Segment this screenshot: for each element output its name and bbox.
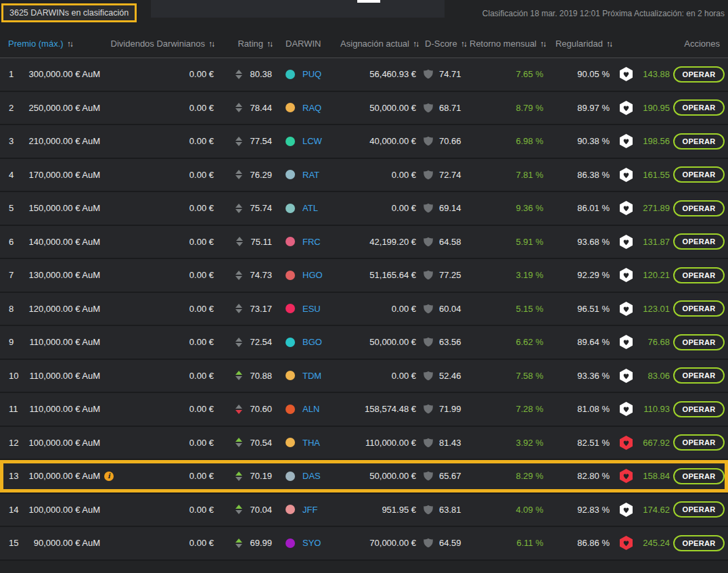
monthly-return-cell: 7.65 % — [474, 69, 543, 79]
risk-badge-cell[interactable] — [610, 268, 643, 282]
operar-button[interactable]: OPERAR — [673, 334, 725, 350]
operar-button[interactable]: OPERAR — [673, 535, 725, 551]
rank-cell: 14 — [0, 505, 26, 515]
risk-badge-cell[interactable] — [610, 201, 643, 215]
risk-badge-cell[interactable] — [610, 101, 643, 115]
table-row[interactable]: 3 210,000.00 € AuM i 0.00 € 77.54 LCW 40… — [0, 125, 728, 159]
darwin-name-link[interactable]: FRC — [302, 237, 321, 247]
darwin-cell: DAS — [272, 471, 353, 481]
table-row[interactable]: 5 150,000.00 € AuM i 0.00 € 75.74 ATL 0.… — [0, 192, 728, 226]
darwin-dot-icon — [286, 505, 295, 514]
operar-button[interactable]: OPERAR — [673, 300, 725, 317]
darwin-name-link[interactable]: ATL — [302, 203, 318, 213]
operar-button[interactable]: OPERAR — [673, 401, 725, 417]
dividends-cell: 0.00 € — [100, 237, 214, 247]
darwin-name-link[interactable]: BGO — [302, 337, 322, 347]
risk-badge-cell[interactable] — [610, 302, 643, 316]
darwin-name-link[interactable]: RAT — [302, 170, 319, 180]
action-cell: OPERAR — [670, 501, 728, 518]
allocation-cell: 42,199.20 € — [353, 237, 416, 247]
table-row[interactable]: 9 110,000.00 € AuM i 0.00 € 72.54 BGO 50… — [0, 326, 728, 360]
risk-badge-cell[interactable] — [610, 134, 643, 148]
darwin-name-link[interactable]: ALN — [302, 404, 319, 414]
operar-button[interactable]: OPERAR — [673, 468, 725, 484]
regularity-cell: 93.68 % — [543, 237, 610, 247]
darwin-name-link[interactable]: DAS — [302, 471, 321, 481]
darwin-name-link[interactable]: TDM — [302, 371, 321, 381]
table-row[interactable]: 15 90,000.00 € AuM i 0.00 € 69.99 SYO 70… — [0, 527, 728, 561]
operar-button[interactable]: OPERAR — [673, 133, 725, 150]
rank-cell: 15 — [0, 538, 26, 548]
risk-badge-cell[interactable] — [610, 436, 643, 450]
header-dscore[interactable]: D-Score↑↓ — [418, 39, 465, 49]
operar-button[interactable]: OPERAR — [673, 367, 725, 384]
score-cell: 76.68 — [643, 337, 670, 347]
risk-badge-cell[interactable] — [610, 536, 643, 550]
action-cell: OPERAR — [670, 166, 728, 183]
table-row[interactable]: 2 250,000.00 € AuM i 0.00 € 78.44 RAQ 50… — [0, 92, 728, 126]
sort-icon: ↑↓ — [208, 39, 214, 49]
allocation-cell: 0.00 € — [353, 203, 416, 213]
table-row[interactable]: 10 110,000.00 € AuM i 0.00 € 70.88 TDM 0… — [0, 360, 728, 394]
rank-cell: 13 — [0, 471, 26, 481]
operar-button[interactable]: OPERAR — [673, 66, 725, 83]
table-row[interactable]: 8 120,000.00 € AuM i 0.00 € 73.17 ESU 0.… — [0, 293, 728, 327]
operar-button[interactable]: OPERAR — [673, 501, 725, 518]
darwin-name-link[interactable]: SYO — [302, 538, 321, 548]
heart-hexagon-icon — [620, 369, 633, 383]
darwin-name-link[interactable]: HGO — [302, 270, 323, 280]
rating-trend-icon — [235, 70, 242, 79]
operar-button[interactable]: OPERAR — [673, 434, 725, 451]
table-row[interactable]: 13 100,000.00 € AuM i 0.00 € 70.19 DAS 5… — [0, 460, 728, 494]
darwin-cell: ATL — [272, 203, 353, 213]
rating-cell: 80.38 — [214, 69, 272, 79]
risk-badge-cell[interactable] — [610, 168, 643, 182]
header-allocation[interactable]: Asignación actual↑↓ — [325, 39, 418, 49]
operar-button[interactable]: OPERAR — [673, 267, 725, 283]
table-row[interactable]: 1 300,000.00 € AuM i 0.00 € 80.38 PUQ 56… — [0, 58, 728, 92]
heart-hexagon-icon — [620, 335, 633, 349]
darwin-name-link[interactable]: ESU — [302, 304, 321, 314]
darwin-name-link[interactable]: LCW — [302, 136, 322, 146]
darwin-name-link[interactable]: PUQ — [302, 69, 321, 79]
table-header-row: Premio (máx.)↑↓ Dividendos Darwinianos↑↓… — [0, 30, 728, 58]
risk-badge-cell[interactable] — [610, 402, 643, 416]
operar-button[interactable]: OPERAR — [673, 200, 725, 216]
header-dividends[interactable]: Dividendos Darwinianos↑↓ — [100, 39, 214, 49]
header-rating[interactable]: Rating↑↓ — [214, 39, 272, 49]
risk-badge-cell[interactable] — [610, 235, 643, 249]
risk-badge-cell[interactable] — [610, 67, 643, 81]
rating-cell: 70.88 — [214, 371, 272, 381]
operar-button[interactable]: OPERAR — [673, 166, 725, 183]
operar-button[interactable]: OPERAR — [673, 99, 725, 116]
regularity-cell: 93.36 % — [543, 371, 610, 381]
risk-badge-cell[interactable] — [610, 503, 643, 517]
darwin-dot-icon — [286, 271, 295, 280]
table-row[interactable]: 11 110,000.00 € AuM i 0.00 € 70.60 ALN 1… — [0, 393, 728, 427]
dividends-cell: 0.00 € — [100, 136, 214, 146]
header-regularity[interactable]: Regularidad↑↓ — [545, 39, 612, 49]
table-row[interactable]: 14 100,000.00 € AuM i 0.00 € 70.04 JFF 9… — [0, 494, 728, 528]
darwin-name-link[interactable]: THA — [302, 438, 320, 448]
table-row[interactable]: 4 170,000.00 € AuM i 0.00 € 76.29 RAT 0.… — [0, 159, 728, 193]
rating-trend-icon — [235, 438, 242, 447]
action-cell: OPERAR — [670, 535, 728, 551]
allocation-cell: 110,000.00 € — [353, 438, 416, 448]
monthly-return-cell: 7.28 % — [474, 404, 543, 414]
risk-badge-cell[interactable] — [610, 469, 643, 483]
rank-cell: 7 — [0, 270, 26, 280]
risk-badge-cell[interactable] — [610, 335, 643, 349]
header-monthly-return[interactable]: Retorno mensual↑↓ — [465, 39, 545, 49]
risk-badge-cell[interactable] — [610, 369, 643, 383]
dividends-cell: 0.00 € — [100, 270, 214, 280]
rating-cell: 72.54 — [214, 337, 272, 347]
table-row[interactable]: 6 140,000.00 € AuM i 0.00 € 75.11 FRC 42… — [0, 226, 728, 260]
darwin-name-link[interactable]: JFF — [302, 505, 317, 515]
darwin-name-link[interactable]: RAQ — [302, 103, 321, 113]
operar-button[interactable]: OPERAR — [673, 233, 725, 250]
heart-hexagon-icon — [620, 134, 633, 148]
table-row[interactable]: 7 130,000.00 € AuM i 0.00 € 74.73 HGO 51… — [0, 259, 728, 293]
header-prize[interactable]: Premio (máx.)↑↓ — [0, 39, 100, 49]
action-cell: OPERAR — [670, 468, 728, 484]
table-row[interactable]: 12 100,000.00 € AuM i 0.00 € 70.54 THA 1… — [0, 427, 728, 461]
